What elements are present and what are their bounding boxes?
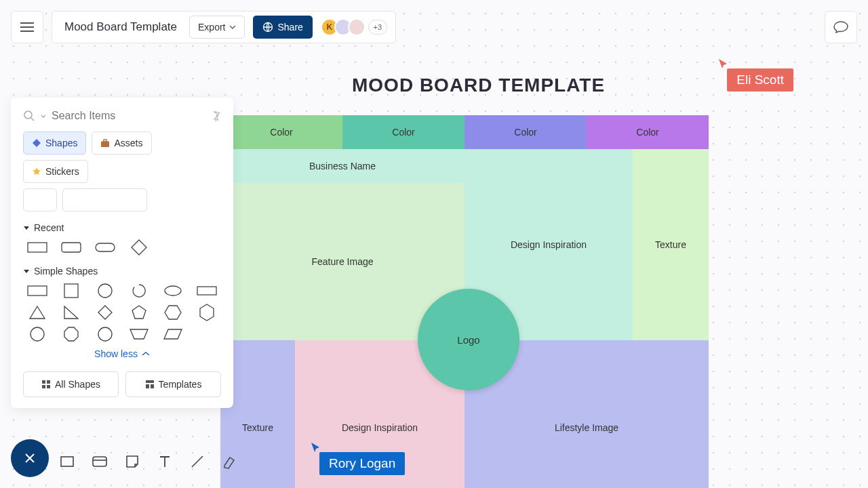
svg-rect-5	[62, 243, 81, 252]
shape-rounded-rectangle[interactable]	[61, 240, 81, 255]
shape-diamond[interactable]	[95, 305, 115, 320]
tool-highlighter[interactable]	[220, 451, 240, 472]
all-shapes-button[interactable]: All Shapes	[23, 371, 119, 397]
section-recent-header[interactable]: Recent	[23, 222, 221, 233]
cell-texture[interactable]: Texture	[633, 149, 709, 340]
shape-pentagon[interactable]	[129, 305, 149, 320]
shape-rectangle[interactable]	[27, 283, 47, 298]
collaborator-avatars[interactable]: K +3	[325, 18, 387, 36]
svg-rect-22	[93, 457, 106, 466]
svg-rect-2	[101, 141, 109, 147]
shape-triangle[interactable]	[27, 305, 47, 320]
tab-shapes[interactable]: Shapes	[23, 131, 86, 155]
shape-square[interactable]	[61, 283, 81, 298]
shape-wide-rect[interactable]	[197, 283, 217, 298]
diamond-icon	[32, 138, 41, 148]
export-button[interactable]: Export	[189, 16, 245, 39]
svg-rect-6	[96, 243, 115, 251]
tool-rect[interactable]	[57, 451, 77, 472]
document-title[interactable]: Mood Board Template	[60, 20, 181, 34]
avatar-more[interactable]: +3	[368, 20, 387, 35]
comments-button[interactable]	[825, 11, 857, 43]
svg-rect-11	[197, 287, 216, 295]
svg-point-13	[98, 327, 112, 341]
tool-text[interactable]	[155, 451, 175, 472]
star-icon	[32, 167, 41, 176]
globe-icon	[262, 22, 273, 33]
presence-cursor-rory: Rory Logan	[319, 452, 405, 475]
templates-button[interactable]: Templates	[125, 371, 221, 397]
chat-icon	[833, 20, 848, 34]
svg-rect-20	[151, 384, 154, 388]
tab-assets[interactable]: Assets	[92, 131, 151, 155]
shape-hexagon-vert[interactable]	[197, 305, 217, 320]
shape-arc[interactable]	[129, 283, 149, 298]
cursor-icon	[717, 58, 728, 70]
section-simple-header[interactable]: Simple Shapes	[23, 266, 221, 277]
shape-heptagon[interactable]	[27, 327, 47, 342]
close-icon	[23, 451, 37, 465]
chevron-down-icon	[229, 25, 236, 29]
tab-extra[interactable]	[23, 188, 57, 211]
avatar[interactable]	[348, 18, 366, 36]
svg-point-12	[31, 327, 44, 341]
color-swatch[interactable]: Color	[587, 115, 709, 149]
search-input[interactable]	[52, 110, 205, 122]
tool-line[interactable]	[187, 451, 208, 472]
svg-rect-17	[47, 385, 50, 388]
tool-sticky[interactable]	[122, 451, 142, 472]
cell-logo[interactable]: Logo	[418, 289, 519, 390]
shapes-panel: Shapes Assets Stickers Recent Simple Sha…	[11, 98, 233, 408]
color-swatch[interactable]: Color	[465, 115, 587, 149]
cell-business-name[interactable]: Business Name	[220, 149, 465, 183]
close-panel-button[interactable]	[11, 439, 49, 477]
shape-ellipse[interactable]	[163, 283, 183, 298]
tab-extra[interactable]	[62, 188, 147, 211]
shape-hexagon[interactable]	[163, 305, 183, 320]
shape-circle[interactable]	[95, 283, 115, 298]
svg-rect-19	[146, 384, 149, 388]
svg-rect-8	[64, 284, 78, 298]
chevron-up-icon	[142, 351, 150, 357]
color-swatch[interactable]: Color	[342, 115, 465, 149]
hamburger-icon	[20, 22, 34, 32]
svg-rect-16	[42, 385, 45, 388]
svg-rect-21	[61, 457, 73, 466]
cursor-icon	[310, 441, 321, 453]
export-label: Export	[198, 22, 225, 33]
hamburger-menu-button[interactable]	[11, 11, 43, 43]
color-swatch[interactable]: Color	[220, 115, 342, 149]
shape-parallelogram[interactable]	[163, 327, 183, 342]
shape-decagon[interactable]	[95, 327, 115, 342]
templates-icon	[145, 380, 155, 389]
shape-octagon[interactable]	[61, 327, 81, 342]
svg-rect-15	[47, 380, 50, 384]
svg-point-10	[165, 286, 181, 296]
show-less-link[interactable]: Show less	[23, 348, 221, 359]
svg-point-1	[24, 111, 32, 119]
share-label: Share	[277, 22, 302, 33]
shape-trapezoid[interactable]	[129, 327, 149, 342]
bottom-toolbar	[57, 451, 240, 472]
tab-stickers[interactable]: Stickers	[23, 160, 88, 183]
svg-rect-4	[28, 243, 47, 252]
shape-diamond[interactable]	[129, 240, 149, 255]
triangle-down-icon	[23, 226, 30, 230]
share-button[interactable]: Share	[253, 16, 312, 39]
presence-cursor-eli: Eli Scott	[727, 68, 793, 92]
shape-pill[interactable]	[95, 240, 115, 255]
presence-label: Eli Scott	[727, 68, 793, 92]
briefcase-icon	[100, 139, 110, 148]
tool-card[interactable]	[90, 451, 110, 472]
triangle-down-icon	[23, 269, 30, 274]
board-title[interactable]: MOOD BOARD TEMPLATE	[352, 75, 605, 96]
shape-rectangle[interactable]	[27, 240, 47, 255]
pin-icon[interactable]	[210, 110, 221, 121]
svg-rect-3	[104, 140, 107, 142]
mood-board[interactable]: Color Color Color Color Business Name Fe…	[220, 115, 709, 488]
svg-point-9	[98, 284, 112, 298]
shape-right-triangle[interactable]	[61, 305, 81, 320]
presence-label: Rory Logan	[319, 452, 405, 475]
svg-rect-14	[42, 380, 45, 384]
svg-rect-18	[146, 380, 154, 383]
